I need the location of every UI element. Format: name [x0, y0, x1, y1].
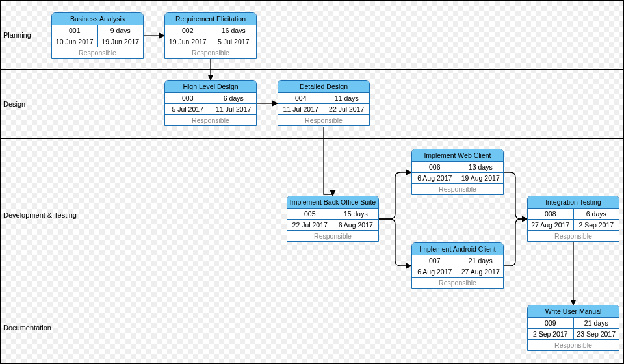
task-duration: 11 days — [324, 93, 370, 103]
task-id: 001 — [52, 25, 98, 36]
edge-n004-n005 — [324, 127, 333, 196]
task-end: 11 Jul 2017 — [211, 104, 257, 114]
task-node-006[interactable]: Implement Web Client00613 days6 Aug 2017… — [411, 149, 504, 195]
lane-separator — [1, 138, 623, 139]
task-start: 19 Jun 2017 — [165, 36, 211, 47]
task-start: 2 Sep 2017 — [528, 329, 574, 339]
task-responsible: Responsible — [287, 231, 378, 241]
edge-n005-n006 — [379, 172, 411, 219]
task-node-004[interactable]: Detailed Design00411 days11 Jul 201722 J… — [278, 80, 370, 126]
task-duration: 21 days — [458, 255, 504, 266]
task-id: 004 — [278, 93, 324, 103]
task-duration: 6 days — [574, 209, 619, 219]
lane-label-design: Design — [3, 69, 25, 138]
task-responsible: Responsible — [165, 47, 256, 58]
task-end: 23 Sep 2017 — [574, 329, 619, 339]
task-duration: 15 days — [333, 209, 379, 219]
task-title: Implement Web Client — [412, 150, 503, 162]
task-start: 10 Jun 2017 — [52, 36, 98, 47]
task-responsible: Responsible — [528, 231, 619, 241]
task-id: 009 — [528, 318, 574, 328]
task-duration: 16 days — [211, 25, 257, 36]
task-end: 22 Jul 2017 — [324, 104, 370, 114]
task-start: 5 Jul 2017 — [165, 104, 211, 114]
task-node-001[interactable]: Business Analysis0019 days10 Jun 201719 … — [51, 12, 144, 58]
task-id: 002 — [165, 25, 211, 36]
lane-label-planning: Planning — [3, 1, 31, 69]
task-duration: 6 days — [211, 93, 257, 103]
task-start: 27 Aug 2017 — [528, 220, 574, 230]
task-node-007[interactable]: Implement Android Client00721 days6 Aug … — [411, 242, 504, 289]
task-title: Requirement Elicitation — [165, 13, 256, 25]
task-title: Write User Manual — [528, 306, 619, 318]
edge-n007-n008 — [504, 219, 527, 266]
task-end: 5 Jul 2017 — [211, 36, 257, 47]
task-title: Business Analysis — [52, 13, 143, 25]
task-responsible: Responsible — [412, 184, 503, 194]
task-end: 2 Sep 2017 — [574, 220, 619, 230]
task-responsible: Responsible — [412, 278, 503, 288]
task-node-009[interactable]: Write User Manual00921 days2 Sep 201723 … — [527, 305, 619, 351]
task-start: 6 Aug 2017 — [412, 266, 458, 277]
task-title: Detailed Design — [278, 81, 369, 93]
task-start: 22 Jul 2017 — [287, 220, 333, 230]
task-start: 11 Jul 2017 — [278, 104, 324, 114]
task-id: 005 — [287, 209, 333, 219]
task-node-002[interactable]: Requirement Elicitation00216 days19 Jun … — [164, 12, 257, 58]
task-responsible: Responsible — [165, 115, 256, 125]
task-end: 19 Jun 2017 — [98, 36, 144, 47]
task-responsible: Responsible — [52, 47, 143, 58]
task-responsible: Responsible — [528, 340, 619, 350]
task-duration: 9 days — [98, 25, 144, 36]
lane-label-devtest: Development & Testing — [3, 138, 77, 292]
task-title: High Level Design — [165, 81, 256, 93]
task-title: Integration Testing — [528, 196, 619, 209]
lane-separator — [1, 69, 623, 70]
task-id: 003 — [165, 93, 211, 103]
task-responsible: Responsible — [278, 115, 369, 125]
task-end: 27 Aug 2017 — [458, 266, 504, 277]
task-title: Implement Android Client — [412, 243, 503, 255]
task-end: 19 Aug 2017 — [458, 173, 504, 183]
task-duration: 21 days — [574, 318, 619, 328]
task-end: 6 Aug 2017 — [333, 220, 379, 230]
edge-n005-n007 — [379, 219, 411, 266]
edge-n006-n008 — [504, 172, 527, 219]
task-node-003[interactable]: High Level Design0036 days5 Jul 201711 J… — [164, 80, 257, 126]
pert-canvas: PlanningDesignDevelopment & TestingDocum… — [0, 0, 624, 364]
task-node-008[interactable]: Integration Testing0086 days27 Aug 20172… — [527, 196, 619, 242]
lane-label-documentation: Documentation — [3, 292, 51, 363]
task-node-005[interactable]: Implement Back Office Suite00515 days22 … — [287, 196, 379, 242]
task-id: 006 — [412, 162, 458, 172]
task-duration: 13 days — [458, 162, 504, 172]
task-start: 6 Aug 2017 — [412, 173, 458, 183]
task-id: 007 — [412, 255, 458, 266]
lane-separator — [1, 292, 623, 292]
task-title: Implement Back Office Suite — [287, 196, 378, 209]
task-id: 008 — [528, 209, 574, 219]
